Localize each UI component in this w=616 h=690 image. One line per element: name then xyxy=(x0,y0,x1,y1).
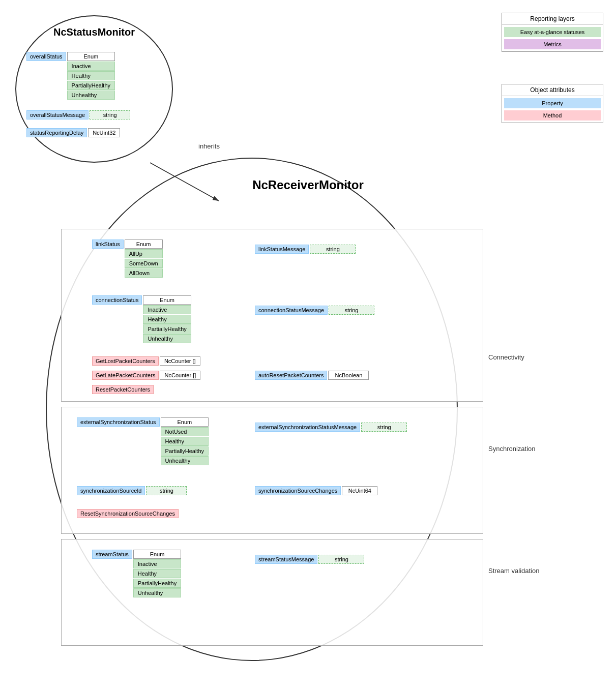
stream-validation-label: Stream validation xyxy=(488,567,539,575)
overall-status-message-badge: overallStatusMessage xyxy=(26,110,89,119)
enum-header-ext: Enum xyxy=(161,417,209,427)
stream-status-string: string xyxy=(318,555,364,564)
conn-unhealthy: Unhealthy xyxy=(143,334,191,343)
synchronization-section: externalSynchronizationStatus Enum NotUs… xyxy=(61,407,483,534)
legend-easy-label: Easy at-a-glance statuses xyxy=(504,27,601,37)
all-down: AllDown xyxy=(125,268,163,278)
legend-reporting-layers: Reporting layers Easy at-a-glance status… xyxy=(502,13,603,52)
external-sync-badge: externalSynchronizationStatus xyxy=(77,417,160,427)
ext-sync-string: string xyxy=(361,423,407,432)
nc-receiver-monitor-title: NcReceiverMonitor xyxy=(0,178,616,192)
legend-method-label: Method xyxy=(504,110,601,121)
ext-sync-message-badge: externalSynchronizationStatusMessage xyxy=(255,423,360,432)
not-used: NotUsed xyxy=(161,427,209,436)
enum-header-link: Enum xyxy=(125,239,163,249)
healthy-1: Healthy xyxy=(67,71,115,80)
nc-counter-arr-1: NcCounter [] xyxy=(160,356,200,366)
get-lost-packet-badge: GetLostPacketCounters xyxy=(92,356,159,366)
ext-healthy: Healthy xyxy=(161,437,209,446)
legend-object-attrs: Object attributes Property Method xyxy=(502,84,603,123)
some-down: SomeDown xyxy=(125,259,163,268)
stream-status-badge: streamStatus xyxy=(92,550,132,559)
nc-status-monitor-circle: NcStatusMonitor overallStatus Enum Inact… xyxy=(15,15,173,163)
unhealthy-1: Unhealthy xyxy=(67,91,115,100)
stream-unhealthy: Unhealthy xyxy=(133,588,181,597)
connection-status-badge: connectionStatus xyxy=(92,295,142,305)
synchronization-label: Synchronization xyxy=(488,445,536,453)
conn-status-string: string xyxy=(329,306,374,315)
stream-status-message-badge: streamStatusMessage xyxy=(255,555,317,564)
partially-healthy-1: PartiallyHealthy xyxy=(67,81,115,90)
auto-reset-badge: autoResetPacketCounters xyxy=(255,371,327,380)
stream-healthy: Healthy xyxy=(133,569,181,578)
link-status-badge: linkStatus xyxy=(92,239,124,249)
link-status-string: string xyxy=(310,245,356,254)
main-canvas: Reporting layers Easy at-a-glance status… xyxy=(0,0,616,690)
inactive-1: Inactive xyxy=(67,62,115,71)
legend-obj-title: Object attributes xyxy=(502,84,603,96)
stream-validation-section: streamStatus Enum Inactive Healthy Parti… xyxy=(61,539,483,646)
stream-inactive: Inactive xyxy=(133,559,181,568)
conn-inactive: Inactive xyxy=(143,305,191,314)
legend-reporting-title: Reporting layers xyxy=(502,13,603,25)
nc-boolean: NcBoolean xyxy=(328,371,369,380)
all-up: AllUp xyxy=(125,249,163,258)
nc-uint32: NcUint32 xyxy=(88,128,120,137)
enum-header-conn: Enum xyxy=(143,295,191,305)
overall-status-string: string xyxy=(90,110,130,119)
nc-counter-arr-2: NcCounter [] xyxy=(160,371,200,380)
connectivity-section: linkStatus Enum AllUp SomeDown AllDown l… xyxy=(61,229,483,402)
legend-metrics-label: Metrics xyxy=(504,39,601,49)
get-late-packet-badge: GetLatePacketCounters xyxy=(92,371,159,380)
connection-status-message-badge: connectionStatusMessage xyxy=(255,306,328,315)
sync-source-id-string: string xyxy=(146,486,187,495)
inherits-label: inherits xyxy=(198,142,220,150)
ext-partially: PartiallyHealthy xyxy=(161,446,209,456)
enum-header-stream: Enum xyxy=(133,550,181,559)
sync-source-id-badge: synchronizationSourceId xyxy=(77,486,145,495)
overall-status-badge: overallStatus xyxy=(26,52,66,61)
reset-packet-badge: ResetPacketCounters xyxy=(92,385,154,394)
status-reporting-delay-badge: statusReportingDelay xyxy=(26,128,87,137)
connectivity-label: Connectivity xyxy=(488,353,524,361)
enum-header-1: Enum xyxy=(67,52,115,61)
legend-property-label: Property xyxy=(504,98,601,108)
conn-partially: PartiallyHealthy xyxy=(143,324,191,334)
conn-healthy: Healthy xyxy=(143,315,191,324)
link-status-message-badge: linkStatusMessage xyxy=(255,245,309,254)
nc-status-monitor-title: NcStatusMonitor xyxy=(16,26,172,38)
ext-unhealthy: Unhealthy xyxy=(161,456,209,465)
sync-source-changes-badge: synchronizationSourceChanges xyxy=(255,486,341,495)
reset-sync-badge: ResetSynchronizationSourceChanges xyxy=(77,509,179,518)
nc-uint64: NcUint64 xyxy=(342,486,377,495)
stream-partially: PartiallyHealthy xyxy=(133,579,181,588)
